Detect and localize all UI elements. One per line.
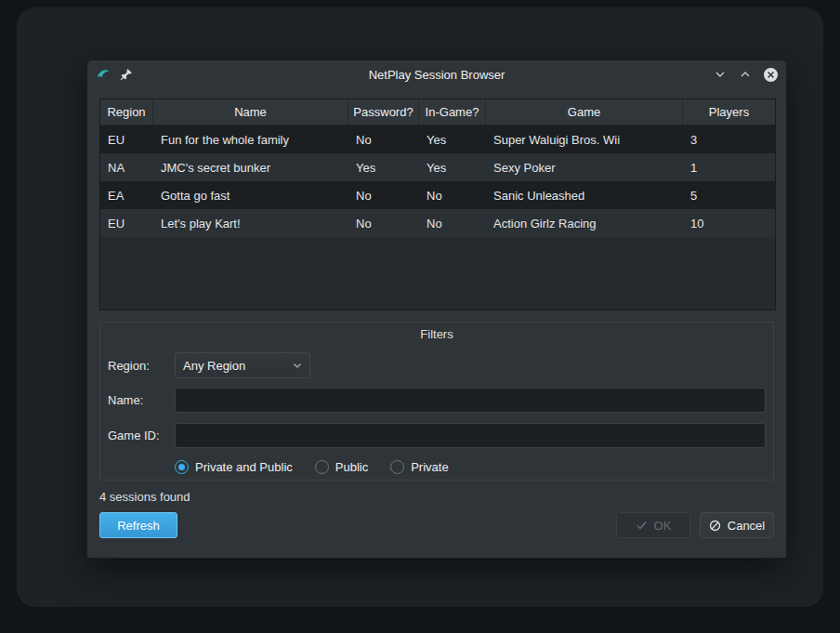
game-id-input[interactable] xyxy=(175,423,766,448)
sessions-table: Region Name Password? In-Game? Game Play… xyxy=(99,99,776,310)
cell-players: 5 xyxy=(683,181,775,209)
desktop-background: NetPlay Session Browser xyxy=(17,7,823,607)
cell-players: 1 xyxy=(683,153,775,181)
titlebar[interactable]: NetPlay Session Browser xyxy=(87,60,786,88)
column-header-name[interactable]: Name xyxy=(153,99,348,125)
cell-ingame: Yes xyxy=(419,125,486,153)
cancel-button-label: Cancel xyxy=(728,519,765,533)
game-id-label: Game ID: xyxy=(108,429,175,442)
close-icon xyxy=(764,68,778,82)
filters-groupbox: Filters Region: Any Region Name: Gam xyxy=(99,322,774,481)
chevron-down-icon xyxy=(293,361,302,370)
cell-game: Sexy Poker xyxy=(486,153,683,181)
cell-name: Fun for the whole family xyxy=(153,125,348,153)
column-header-region[interactable]: Region xyxy=(100,99,153,125)
maximize-button[interactable] xyxy=(737,66,754,83)
refresh-button[interactable]: Refresh xyxy=(99,512,177,538)
cell-password: No xyxy=(348,181,419,209)
radio-label: Public xyxy=(335,460,368,474)
close-button[interactable] xyxy=(762,66,779,83)
radio-private-and-public[interactable]: Private and Public xyxy=(175,460,293,474)
netplay-session-browser-dialog: NetPlay Session Browser xyxy=(86,59,787,559)
region-select[interactable]: Any Region xyxy=(175,352,310,378)
cell-region: NA xyxy=(100,153,153,181)
radio-public[interactable]: Public xyxy=(315,460,368,474)
name-input[interactable] xyxy=(175,388,766,413)
refresh-button-label: Refresh xyxy=(117,519,160,533)
cell-players: 10 xyxy=(683,209,775,237)
radio-icon xyxy=(390,460,404,474)
cell-game: Action Girlz Racing xyxy=(486,209,683,237)
radio-private[interactable]: Private xyxy=(390,460,448,474)
cell-password: Yes xyxy=(348,153,419,181)
cell-region: EU xyxy=(100,125,153,153)
column-header-game[interactable]: Game xyxy=(486,99,683,125)
table-row[interactable]: EU Fun for the whole family No Yes Super… xyxy=(100,125,775,153)
ok-button-label: OK xyxy=(654,519,672,533)
region-label: Region: xyxy=(108,359,175,373)
cell-game: Super Waluigi Bros. Wii xyxy=(486,125,683,153)
table-header: Region Name Password? In-Game? Game Play… xyxy=(100,99,775,125)
cell-password: No xyxy=(348,209,419,237)
column-header-password[interactable]: Password? xyxy=(348,99,419,125)
cell-ingame: Yes xyxy=(419,153,486,181)
table-row[interactable]: NA JMC's secret bunker Yes Yes Sexy Poke… xyxy=(100,153,775,181)
cell-password: No xyxy=(348,125,419,153)
cancel-button[interactable]: Cancel xyxy=(700,512,774,538)
table-row[interactable]: EA Gotta go fast No No Sanic Unleashed 5 xyxy=(100,181,775,209)
visibility-radio-group: Private and Public Public Private xyxy=(175,458,766,475)
region-select-value: Any Region xyxy=(183,359,245,373)
cell-ingame: No xyxy=(419,209,486,237)
status-text: 4 sessions found xyxy=(99,490,774,504)
cell-game: Sanic Unleashed xyxy=(486,181,683,209)
table-body: EU Fun for the whole family No Yes Super… xyxy=(100,125,775,237)
cell-name: Let's play Kart! xyxy=(153,209,348,237)
check-icon xyxy=(636,520,648,531)
minimize-button[interactable] xyxy=(712,66,728,83)
cell-players: 3 xyxy=(683,125,775,153)
cell-ingame: No xyxy=(419,181,486,209)
cell-region: EA xyxy=(100,181,153,209)
pin-icon[interactable] xyxy=(118,66,135,83)
radio-icon xyxy=(315,460,329,474)
table-row[interactable]: EU Let's play Kart! No No Action Girlz R… xyxy=(100,209,775,237)
column-header-players[interactable]: Players xyxy=(683,99,775,125)
radio-label: Private xyxy=(411,460,448,474)
cancel-icon xyxy=(709,520,721,532)
window-title: NetPlay Session Browser xyxy=(87,68,786,82)
column-header-ingame[interactable]: In-Game? xyxy=(419,99,486,125)
app-icon xyxy=(95,66,112,83)
cell-name: JMC's secret bunker xyxy=(153,153,348,181)
filters-title: Filters xyxy=(108,324,766,345)
radio-icon xyxy=(175,460,189,474)
name-label: Name: xyxy=(108,393,175,407)
cell-name: Gotta go fast xyxy=(153,181,348,209)
radio-label: Private and Public xyxy=(195,460,293,474)
cell-region: EU xyxy=(100,209,153,237)
ok-button[interactable]: OK xyxy=(616,512,690,538)
